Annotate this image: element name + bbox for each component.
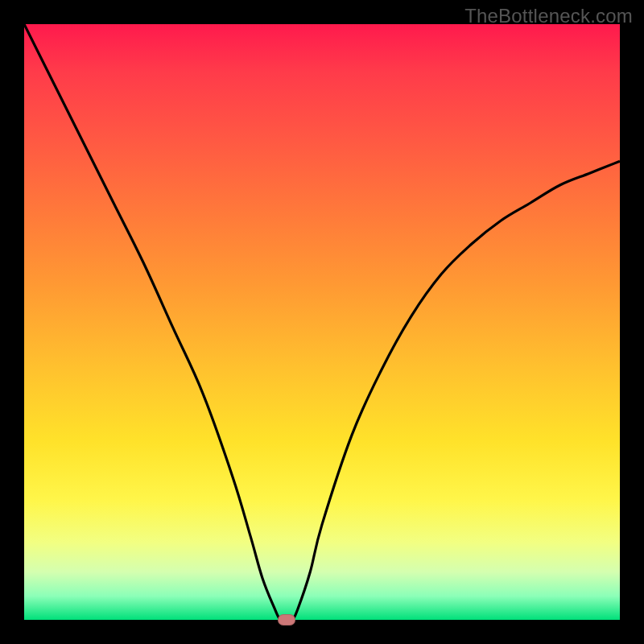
curve-layer: [24, 24, 620, 620]
bottleneck-curve: [24, 24, 620, 620]
watermark-text: TheBottleneck.com: [464, 5, 633, 27]
chart-container: TheBottleneck.com: [0, 0, 644, 644]
optimal-point-marker: [278, 614, 295, 625]
plot-area: [24, 24, 620, 620]
